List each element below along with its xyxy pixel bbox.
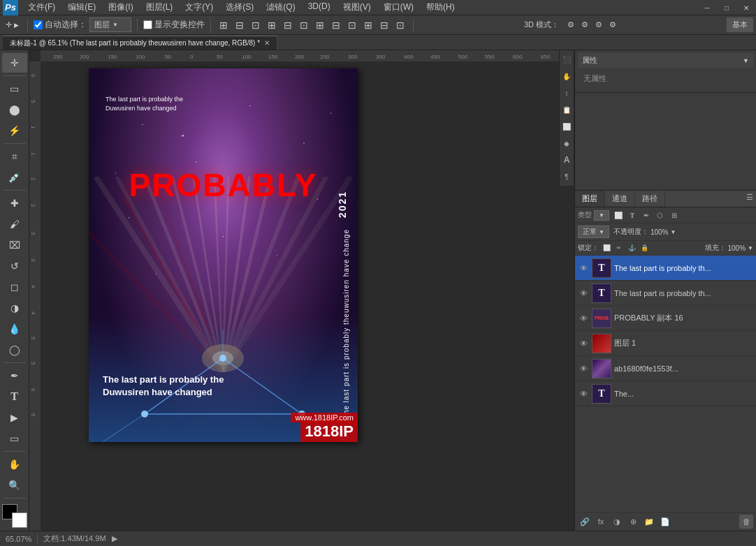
distribute-6[interactable]: ⊡ (393, 18, 407, 32)
layer-visibility-toggle[interactable]: 👁 (578, 388, 589, 399)
filter-smartobj-icon[interactable]: ⬡ (655, 209, 666, 221)
layer-visibility-toggle[interactable]: 👁 (578, 338, 589, 349)
fill-arrow[interactable]: ▼ (748, 245, 753, 251)
maximize-button[interactable]: □ (717, 0, 736, 15)
lock-position-icon[interactable]: ✒ (614, 243, 624, 253)
eraser-tool[interactable]: ◻ (2, 277, 27, 297)
distribute-5[interactable]: ⊟ (377, 18, 391, 32)
magic-wand-tool[interactable]: ⚡ (2, 121, 27, 140)
filter-dropdown[interactable]: ▼ (594, 210, 609, 221)
menu-window[interactable]: 窗口(W) (378, 0, 419, 15)
lasso-tool[interactable]: ⬤ (2, 100, 27, 119)
healing-brush-tool[interactable]: ✚ (2, 193, 27, 213)
crop-tool[interactable]: ⌗ (2, 147, 27, 166)
blend-mode-dropdown[interactable]: 正常 ▼ (578, 226, 609, 238)
close-button[interactable]: ✕ (736, 0, 756, 15)
document-tab[interactable]: 未标题-1 @ 65.1% (The last part is probably… (3, 36, 277, 50)
menu-file[interactable]: 文件(F) (22, 0, 61, 15)
gradient-tool[interactable]: ◑ (2, 298, 27, 318)
layer-dropdown[interactable]: 图层 ▼ (89, 17, 131, 32)
layer-visibility-toggle[interactable]: 👁 (578, 288, 589, 299)
layer-item[interactable]: 👁 T The last part is probably th... (575, 256, 756, 281)
layer-item[interactable]: 👁 图层 1 (575, 331, 756, 356)
minimize-button[interactable]: ─ (697, 0, 717, 15)
menu-edit[interactable]: 编辑(E) (62, 0, 101, 15)
filter-toggle-icon[interactable]: ⊞ (669, 209, 680, 221)
add-style-button[interactable]: fx (594, 515, 608, 529)
delete-layer-button[interactable]: 🗑 (739, 515, 753, 529)
align-right[interactable]: ⊡ (249, 18, 263, 32)
zoom-tool[interactable]: 🔍 (2, 475, 27, 495)
box-icon[interactable]: ⬜ (560, 120, 573, 133)
filter-vector-icon[interactable]: ✒ (641, 209, 652, 221)
marquee-tool[interactable]: ▭ (2, 79, 27, 98)
transform-checkbox[interactable]: 显示变换控件 (143, 19, 205, 31)
layer-visibility-toggle[interactable]: 👁 (578, 313, 589, 324)
text-A-icon[interactable]: A (560, 154, 573, 166)
layer-item[interactable]: 👁 T The... (575, 381, 756, 406)
align-bottom[interactable]: ⊡ (297, 18, 311, 32)
hand-tool[interactable]: ✋ (2, 455, 27, 474)
menu-layer[interactable]: 图层(L) (140, 0, 179, 15)
layer-visibility-toggle[interactable]: 👁 (578, 263, 589, 274)
opacity-arrow[interactable]: ▼ (671, 229, 676, 235)
shape-tool[interactable]: ▭ (2, 429, 27, 448)
3d-tool-1[interactable]: ⚙ (565, 19, 577, 31)
properties-icon[interactable]: ⬛ (560, 53, 573, 66)
text-tool[interactable]: T (2, 387, 27, 406)
pen-tool[interactable]: ✒ (2, 366, 27, 385)
link-layers-button[interactable]: 🔗 (578, 515, 592, 529)
distribute-4[interactable]: ⊞ (361, 18, 375, 32)
menu-view[interactable]: 视图(V) (337, 0, 377, 15)
auto-select-checkbox[interactable]: 自动选择： (34, 19, 87, 31)
layer-item[interactable]: 👁 PROB PROBABLY 副本 16 (575, 306, 756, 331)
align-top[interactable]: ⊞ (265, 18, 279, 32)
clone-stamp-tool[interactable]: ⌧ (2, 235, 27, 255)
menu-help[interactable]: 帮助(H) (421, 0, 460, 15)
blur-tool[interactable]: 💧 (2, 319, 27, 339)
move-tool[interactable]: ✛ (2, 53, 27, 73)
color-picker[interactable] (2, 504, 27, 528)
layer-visibility-toggle[interactable]: 👁 (578, 363, 589, 374)
tab-channels[interactable]: 通道 (605, 191, 635, 207)
layer-item[interactable]: 👁 ab1680f0fe1553f... (575, 356, 756, 381)
3d-tool-2[interactable]: ⚙ (579, 19, 591, 31)
align-left[interactable]: ⊞ (217, 18, 231, 32)
align-center[interactable]: ⊟ (233, 18, 247, 32)
auto-select-input[interactable] (34, 20, 43, 29)
diamond-icon[interactable]: ◆ (560, 137, 573, 149)
lock-artboard-icon[interactable]: ⚓ (627, 243, 637, 253)
layer-item[interactable]: 👁 T The last part is probably th... (575, 281, 756, 306)
filter-text-icon[interactable]: T (627, 209, 638, 221)
background-color[interactable] (12, 512, 27, 528)
properties-header[interactable]: 属性 ▼ (578, 53, 753, 68)
dodge-tool[interactable]: ◯ (2, 340, 27, 360)
transform-input[interactable] (143, 20, 152, 29)
distribute-3[interactable]: ⊡ (345, 18, 359, 32)
layers-menu-button[interactable]: ☰ (743, 191, 756, 207)
paragraph-icon[interactable]: ¶ (560, 170, 573, 183)
expand-icon[interactable]: ↕ (560, 87, 573, 99)
distribute-2[interactable]: ⊟ (329, 18, 343, 32)
menu-text[interactable]: 文字(Y) (180, 0, 219, 15)
copy-icon[interactable]: 📋 (560, 103, 573, 116)
new-group-button[interactable]: 📁 (642, 515, 656, 529)
jichu-button[interactable]: 基本 (727, 17, 753, 32)
history-brush-tool[interactable]: ↺ (2, 256, 27, 276)
align-middle[interactable]: ⊟ (281, 18, 295, 32)
distribute-1[interactable]: ⊞ (313, 18, 327, 32)
close-tab-button[interactable]: ✕ (264, 39, 270, 47)
menu-image[interactable]: 图像(I) (103, 0, 138, 15)
3d-tool-3[interactable]: ⚙ (593, 19, 605, 31)
menu-3d[interactable]: 3D(D) (303, 0, 336, 15)
menu-filter[interactable]: 滤镜(Q) (261, 0, 300, 15)
menu-select[interactable]: 选择(S) (220, 0, 259, 15)
brush-tool[interactable]: 🖌 (2, 214, 27, 234)
new-adjustment-button[interactable]: ⊕ (626, 515, 640, 529)
new-layer-button[interactable]: 📄 (658, 515, 672, 529)
fill-value[interactable]: 100% (728, 244, 746, 252)
hand-icon[interactable]: ✋ (560, 70, 573, 82)
lock-pixels-icon[interactable]: ⬜ (602, 243, 611, 253)
eyedropper-tool[interactable]: 💉 (2, 168, 27, 187)
tab-paths[interactable]: 路径 (635, 191, 665, 207)
